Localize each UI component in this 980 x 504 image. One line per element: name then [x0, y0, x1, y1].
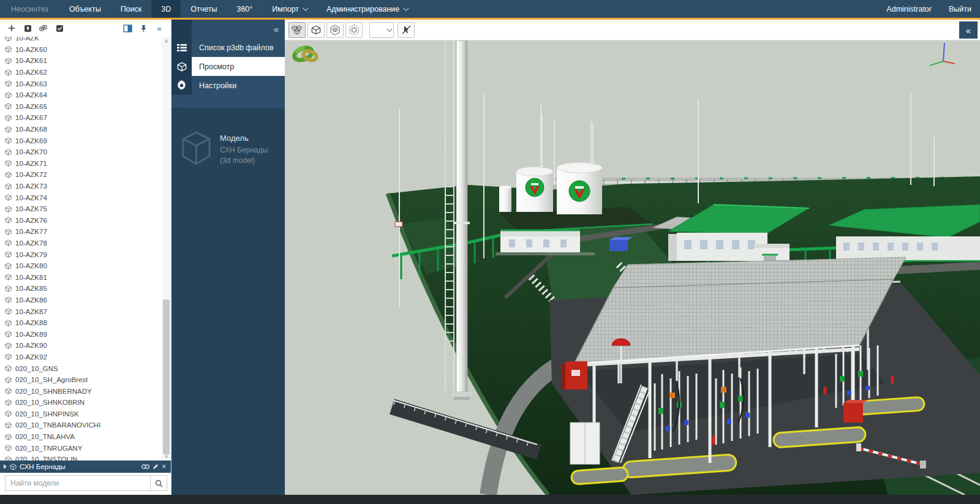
tree-item[interactable]: 020_10_TNBARANOVICHI [0, 419, 160, 431]
tree-item[interactable]: 10-AZK60 [0, 44, 160, 56]
tree-item[interactable]: 10-AZK75 [0, 203, 160, 215]
tree-item[interactable]: 10-AZK67 [0, 112, 160, 124]
scroll-down-arrow[interactable]: ∨ [162, 452, 171, 461]
link-icon[interactable] [141, 464, 149, 469]
cube-icon [5, 149, 12, 156]
tree-item[interactable]: 10-AZK69 [0, 135, 160, 146]
logout-button[interactable]: Выйти [940, 0, 980, 18]
hexagon-section-button[interactable] [345, 22, 363, 38]
tree-scrollbar[interactable]: ∧ ∨ [162, 37, 171, 461]
nav-item-administration[interactable]: Администрирование [317, 0, 417, 18]
blue-container [609, 240, 628, 251]
cube-icon [5, 377, 12, 383]
tree-item[interactable]: 10-AZK68 [0, 124, 160, 135]
tree-item[interactable]: 10-AZK64 [0, 89, 160, 101]
tree-item-partial[interactable]: 10-AZK [0, 37, 160, 44]
collapse-panel-button[interactable]: « [172, 20, 285, 38]
gear-icon [172, 76, 192, 95]
list-icon [172, 38, 192, 57]
tree-item[interactable]: 10-AZK71 [0, 158, 160, 170]
tree-item[interactable]: 10-AZK81 [0, 271, 160, 283]
view-preset-dropdown[interactable] [369, 22, 394, 38]
tree-item[interactable]: 10-AZK92 [0, 352, 160, 363]
model-search [0, 473, 171, 495]
tree-item[interactable]: 10-AZK80 [0, 260, 160, 272]
tree-item[interactable]: 020_10_GNS [0, 363, 160, 374]
view-mode-menu: Список p3db файлов Просмотр Настройки [172, 38, 285, 108]
split-panel-icon[interactable] [121, 22, 134, 34]
caret-down-icon [386, 26, 393, 32]
expand-triangle-icon[interactable] [4, 464, 7, 469]
tree-item[interactable]: 10-AZK79 [0, 249, 160, 260]
archive-box-icon[interactable] [21, 22, 34, 34]
pointer-off-button[interactable] [398, 22, 415, 38]
selected-model-row[interactable]: СХН Бернады × [0, 461, 171, 473]
tree-item[interactable]: 10-AZK76 [0, 215, 160, 227]
menu-item-p3db-list[interactable]: Список p3db файлов [172, 38, 285, 57]
tree-item[interactable]: 10-AZK73 [0, 181, 160, 192]
tree-item[interactable]: 020_10_TNRUGANY [0, 442, 160, 454]
tree-item[interactable]: 10-AZK86 [0, 295, 160, 306]
cube-icon [5, 228, 12, 235]
tree-item[interactable]: 10-AZK78 [0, 238, 160, 249]
nav-item-3d[interactable]: 3D [151, 0, 181, 18]
tree-item[interactable]: 10-AZK65 [0, 101, 160, 113]
search-input[interactable] [5, 475, 150, 491]
tree-item[interactable]: 10-AZK90 [0, 340, 160, 352]
tree-item[interactable]: 10-AZK87 [0, 306, 160, 317]
selected-model-label: СХН Бернады [20, 463, 66, 470]
collapse-viewport-panel-button[interactable]: « [959, 21, 978, 39]
brand-logo[interactable]: Неосинтез [0, 0, 59, 18]
tree-item[interactable]: 10-AZK63 [0, 78, 160, 89]
tree-item[interactable]: 10-AZK62 [0, 67, 160, 78]
single-model-button[interactable] [307, 22, 325, 38]
menu-item-settings[interactable]: Настройки [172, 76, 285, 95]
add-object-button[interactable] [5, 22, 18, 34]
current-user-label[interactable]: Administrator [878, 0, 940, 18]
tree-item[interactable]: 020_10_TNLAHVA [0, 431, 160, 443]
close-icon[interactable]: × [162, 462, 166, 471]
tree-item[interactable]: 10-AZK74 [0, 192, 160, 203]
pin-icon[interactable] [137, 22, 150, 34]
cube-icon [5, 217, 12, 224]
nav-item-reports[interactable]: Отчеты [181, 0, 227, 18]
cube-icon [5, 456, 12, 461]
cube-icon [5, 365, 12, 372]
tree-item[interactable]: 020_10_SHNKOBRIN [0, 397, 160, 408]
object-tree-list: 10-AZK 10-AZK60 10-AZK61 10 [0, 37, 160, 461]
model-group-icon[interactable] [37, 22, 50, 34]
tree-item[interactable]: 10-AZK70 [0, 146, 160, 158]
3d-canvas[interactable] [285, 40, 980, 495]
scroll-thumb[interactable] [163, 299, 170, 454]
nav-item-search[interactable]: Поиск [111, 0, 152, 18]
nav-item-import[interactable]: Импорт [262, 0, 317, 18]
object-tree-sidebar: « 10-AZK 10-AZK60 10-AZK61 [0, 20, 172, 495]
cube-icon [5, 353, 12, 360]
caret-down-icon [303, 5, 309, 11]
menu-item-view[interactable]: Просмотр [172, 57, 285, 76]
tree-item[interactable]: 10-AZK61 [0, 55, 160, 67]
nav-item-objects[interactable]: Объекты [59, 0, 111, 18]
tree-item[interactable]: 10-AZK88 [0, 317, 160, 329]
top-navigation: Неосинтез Объекты Поиск 3D Отчеты 360° И… [0, 0, 980, 18]
tree-item[interactable]: 10-AZK85 [0, 283, 160, 295]
search-button[interactable] [150, 475, 167, 491]
explode-model-button[interactable] [288, 22, 306, 38]
fire-cabinet [843, 403, 863, 423]
cube-icon [5, 103, 12, 110]
nav-item-360[interactable]: 360° [227, 0, 262, 18]
tree-item[interactable]: 020_10_SHNPINSK [0, 408, 160, 420]
cube-icon [5, 285, 12, 292]
scroll-up-arrow[interactable]: ∧ [162, 37, 171, 45]
tree-item[interactable]: 10-AZK89 [0, 328, 160, 340]
edit-pencil-icon[interactable] [153, 464, 159, 470]
tree-item[interactable]: 020_10_SHNBERNADY [0, 385, 160, 397]
tree-item[interactable]: 10-AZK72 [0, 169, 160, 181]
cube-in-hexagon-button[interactable] [326, 22, 344, 38]
tree-item[interactable]: 10-AZK77 [0, 226, 160, 238]
tree-item[interactable]: 020_10_SH_AgroBrest [0, 374, 160, 386]
tree-item[interactable]: 020_10_TNSTOLIN [0, 454, 160, 461]
cube-icon [5, 274, 12, 280]
collapse-sidebar-icon[interactable]: « [153, 22, 166, 34]
checked-task-icon[interactable] [53, 22, 66, 34]
